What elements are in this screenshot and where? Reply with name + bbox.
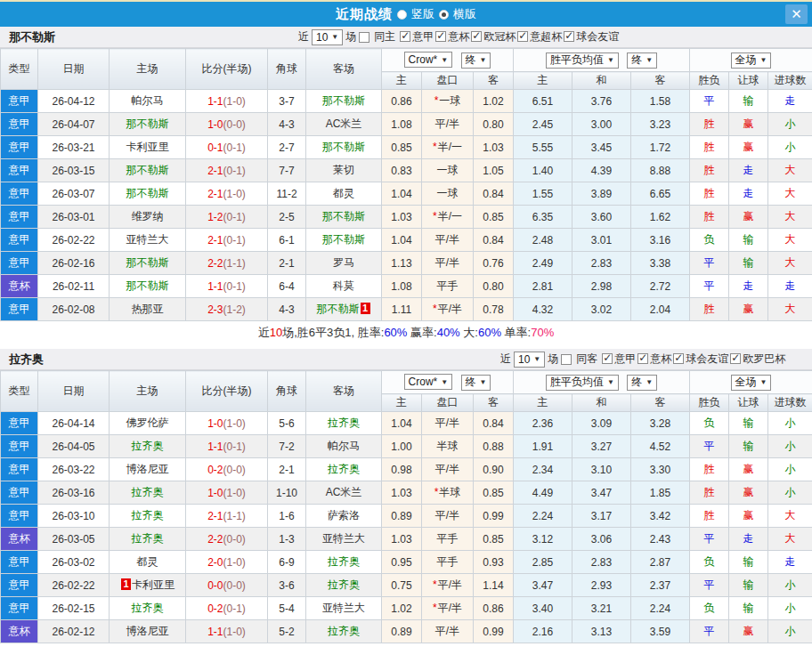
score-halftime: 2-1(1-1) [186,505,268,528]
result-winlose: 胜 [690,159,729,182]
league-filter[interactable]: 意超杯 [517,29,562,44]
avg-home-odds: 1.55 [514,182,572,206]
horizontal-layout-label[interactable]: 横版 [453,6,476,22]
odds-time-select[interactable]: 终▼ [461,375,491,391]
league-filter[interactable]: 球会友谊 [564,29,619,44]
league-checkbox[interactable] [435,31,446,42]
league-checkbox[interactable] [730,353,741,364]
result-goals: 小 [768,113,812,136]
match-date: 26-02-22 [38,574,110,597]
handicap-home-odds: 1.03 [382,206,422,229]
same-venue-checkbox[interactable] [359,32,369,43]
handicap-line: 一球 [422,182,474,206]
subcol-goals: 进球数 [768,72,812,90]
away-team: 那不勒斯 [306,229,382,252]
scope-select[interactable]: 全场▼ [731,53,772,69]
league-type-badge: 意甲 [1,597,38,620]
league-checkbox[interactable] [602,353,613,364]
score-halftime: 2-2(0-0) [186,528,268,551]
avg-draw-odds: 3.10 [572,458,631,481]
scope-select[interactable]: 全场▼ [731,375,772,391]
avg-away-odds: 2.72 [631,275,690,298]
away-team: 科莫 [306,275,382,298]
avg-draw-odds: 3.00 [572,113,631,136]
handicap-home-odds: 1.00 [382,435,422,458]
match-count-select[interactable]: 10▼ [312,29,343,45]
vertical-layout-radio[interactable] [397,10,407,20]
col-header-type: 类型 [1,371,38,412]
avg-odds-select[interactable]: 胜平负均值▼ [546,53,619,69]
table-row: 意甲26-03-01维罗纳1-2(0-1)2-5那不勒斯1.03*半/一0.85… [1,206,812,229]
corner-count: 1-3 [268,528,306,551]
match-date: 26-04-07 [38,113,110,136]
league-checkbox[interactable] [400,31,410,42]
league-filter[interactable]: 意甲 [400,29,434,44]
league-filter[interactable]: 欧罗巴杯 [730,352,785,367]
match-count-select[interactable]: 10▼ [514,352,545,368]
avg-odds-time-select[interactable]: 终▼ [627,375,657,391]
avg-home-odds: 3.12 [514,528,572,551]
chevron-down-icon: ▼ [331,33,338,41]
league-checkbox[interactable] [564,31,574,42]
avg-home-odds: 2.36 [514,412,572,435]
league-filters: 意甲意杯欧冠杯意超杯球会友谊 [398,29,619,45]
league-type-badge: 意甲 [1,435,38,458]
handicap-home-odds: 0.89 [382,620,422,643]
result-handicap: 赢 [729,113,768,136]
horizontal-layout-radio[interactable] [439,10,449,20]
league-filter[interactable]: 球会友谊 [673,352,728,367]
league-checkbox[interactable] [637,353,648,364]
result-goals: 大 [768,182,812,206]
result-goals: 走 [768,275,812,298]
league-type-badge: 意甲 [1,298,38,321]
league-checkbox[interactable] [673,353,684,364]
home-team: 亚特兰大 [110,229,186,252]
avg-odds-time-select[interactable]: 终▼ [627,53,657,69]
subcol-avg-away: 客 [631,394,690,412]
away-team: 那不勒斯 [306,90,382,113]
chevron-down-icon: ▼ [441,56,448,64]
handicap-away-odds: 0.84 [474,182,514,206]
handicap-line: *平/半 [422,574,474,597]
avg-away-odds: 2.24 [631,597,690,620]
league-checkbox[interactable] [517,31,528,42]
same-venue-checkbox[interactable] [561,354,572,365]
bookmaker-select[interactable]: Crow*▼ [404,52,453,68]
league-type-badge: 意甲 [1,551,38,574]
avg-odds-select[interactable]: 胜平负均值▼ [546,375,619,391]
league-filter[interactable]: 意杯 [637,352,671,367]
bookmaker-select[interactable]: Crow*▼ [404,374,453,390]
games-label: 场 [345,29,356,44]
near-label: 近 [500,352,511,367]
result-handicap: 赢 [729,481,768,505]
filter-row: 拉齐奥 近 10▼ 场 同客 意甲意杯球会友谊欧罗巴杯 [0,349,812,370]
handicap-line: 平/半 [422,412,474,435]
league-type-badge: 意杯 [1,620,38,643]
league-filter[interactable]: 意杯 [435,29,469,44]
odds-time-select[interactable]: 终▼ [461,53,491,69]
league-type-badge: 意甲 [1,136,38,159]
league-type-badge: 意甲 [1,574,38,597]
subcol-handicap-away: 客 [474,394,514,412]
away-team: 萨索洛 [306,505,382,528]
vertical-layout-label[interactable]: 竖版 [411,6,434,22]
close-icon[interactable]: ✕ [785,4,808,24]
handicap-line: 平手 [422,275,474,298]
score-halftime: 2-0(1-0) [186,551,268,574]
league-filter[interactable]: 意甲 [602,352,636,367]
handicap-home-odds: 1.02 [382,597,422,620]
card-badge: 1 [121,578,131,590]
league-filter[interactable]: 欧冠杯 [471,29,516,44]
league-checkbox[interactable] [471,31,482,42]
score-halftime: 0-2(0-0) [186,458,268,481]
chevron-down-icon: ▼ [533,355,540,363]
result-winlose: 胜 [690,182,729,206]
away-team: 那不勒斯1 [306,298,382,321]
col-header-date: 日期 [38,49,110,90]
avg-draw-odds: 3.01 [572,229,631,252]
result-winlose: 平 [690,528,729,551]
league-type-badge: 意杯 [1,528,38,551]
table-row: 意甲26-02-22亚特兰大2-1(0-1)6-1那不勒斯1.04平/半0.84… [1,229,812,252]
dialog-title: 近期战绩 [336,6,393,23]
avg-draw-odds: 3.06 [572,528,631,551]
